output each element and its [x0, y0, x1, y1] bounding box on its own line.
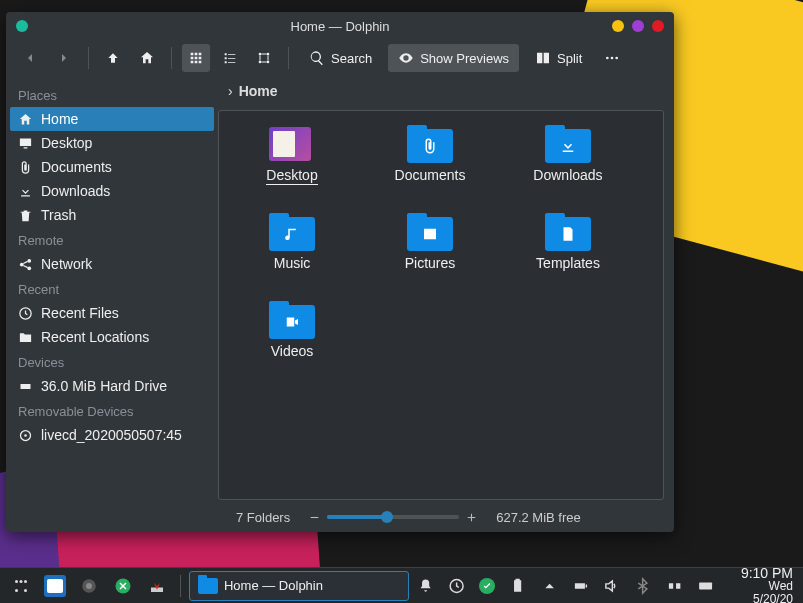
titlebar[interactable]: Home — Dolphin	[6, 12, 674, 40]
svg-point-0	[259, 53, 262, 56]
svg-point-3	[267, 61, 270, 64]
status-count: 7 Folders	[236, 510, 290, 525]
folder-music[interactable]: Music	[227, 213, 357, 295]
svg-point-6	[616, 57, 619, 60]
sidebar-item-recent-files[interactable]: Recent Files	[10, 301, 214, 325]
videos-folder-icon	[269, 305, 315, 339]
sidebar-item-network[interactable]: Network	[10, 252, 214, 276]
up-button[interactable]	[99, 44, 127, 72]
tray-battery[interactable]	[568, 571, 593, 601]
svg-point-12	[24, 434, 27, 437]
back-button[interactable]	[16, 44, 44, 72]
svg-rect-22	[699, 582, 712, 589]
svg-point-5	[611, 57, 614, 60]
volume-icon	[603, 577, 620, 595]
sidebar-item-downloads[interactable]: Downloads	[10, 179, 214, 203]
sidebar-item-trash[interactable]: Trash	[10, 203, 214, 227]
forward-button[interactable]	[50, 44, 78, 72]
search-icon	[309, 50, 325, 66]
sidebar-item-hard-drive[interactable]: 36.0 MiB Hard Drive	[10, 374, 214, 398]
eye-icon	[398, 50, 414, 66]
taskbar: Home — Dolphin 9:10 PM Wed 5/20/20	[0, 567, 803, 603]
taskbar-clock[interactable]: 9:10 PM Wed 5/20/20	[722, 566, 799, 603]
sidebar-item-livecd[interactable]: livecd_2020050507:45	[10, 423, 214, 447]
download-icon	[18, 184, 33, 199]
home-button[interactable]	[133, 44, 161, 72]
check-icon	[479, 578, 495, 594]
documents-folder-icon	[407, 129, 453, 163]
tray-notifications[interactable]	[413, 571, 438, 601]
split-label: Split	[557, 51, 582, 66]
share-icon	[18, 257, 33, 272]
tray-volume[interactable]	[599, 571, 624, 601]
bell-icon	[417, 577, 434, 595]
tray-clipboard[interactable]	[505, 571, 530, 601]
tray-bluetooth[interactable]	[630, 571, 655, 601]
svg-point-8	[27, 258, 31, 262]
sidebar-item-recent-locations[interactable]: Recent Locations	[10, 325, 214, 349]
templates-folder-icon	[545, 217, 591, 251]
tray-network[interactable]	[662, 571, 687, 601]
folder-desktop[interactable]: Desktop	[227, 125, 357, 207]
zoom-slider[interactable]	[308, 511, 478, 524]
statusbar: 7 Folders 627.2 MiB free	[6, 506, 674, 532]
folder-templates[interactable]: Templates	[503, 213, 633, 295]
folder-downloads[interactable]: Downloads	[503, 125, 633, 207]
details-view-button[interactable]	[250, 44, 278, 72]
svg-point-16	[24, 589, 27, 592]
bluetooth-icon	[634, 577, 651, 595]
sidebar-item-home[interactable]: Home	[10, 107, 214, 131]
launcher-falkon[interactable]	[40, 571, 70, 601]
sidebar-item-documents[interactable]: Documents	[10, 155, 214, 179]
launcher-discover[interactable]	[108, 571, 138, 601]
launcher-installer[interactable]	[142, 571, 172, 601]
tray-clock-icon[interactable]	[444, 571, 469, 601]
places-header: Places	[18, 88, 206, 103]
folder-documents[interactable]: Documents	[365, 125, 495, 207]
downloads-folder-icon	[545, 129, 591, 163]
svg-point-9	[27, 266, 31, 270]
tray-keyboard[interactable]	[693, 571, 718, 601]
removable-header: Removable Devices	[18, 404, 206, 419]
sidebar-item-desktop[interactable]: Desktop	[10, 131, 214, 155]
folder-pictures[interactable]: Pictures	[365, 213, 495, 295]
menu-button[interactable]	[598, 44, 626, 72]
minimize-button[interactable]	[612, 20, 624, 32]
tray-more[interactable]	[537, 571, 562, 601]
settings-icon	[80, 577, 98, 595]
places-panel: Places Home Desktop Documents Downloads …	[6, 76, 218, 506]
desktop-folder-icon	[269, 127, 311, 161]
location-crumb: Home	[239, 83, 278, 99]
location-bar[interactable]: › Home	[218, 76, 674, 106]
home-icon	[18, 112, 33, 127]
network-icon	[666, 577, 683, 595]
dolphin-task-icon	[198, 578, 218, 594]
close-button[interactable]	[652, 20, 664, 32]
app-launcher-button[interactable]	[6, 571, 36, 601]
remote-header: Remote	[18, 233, 206, 248]
show-previews-button[interactable]: Show Previews	[388, 44, 519, 72]
window-title: Home — Dolphin	[6, 19, 674, 34]
more-icon	[604, 50, 620, 66]
folder-icon	[18, 330, 33, 345]
folder-videos[interactable]: Videos	[227, 301, 357, 383]
clock-icon	[448, 577, 465, 595]
clip-icon	[18, 160, 33, 175]
chevron-right-icon: ›	[228, 83, 233, 99]
split-button[interactable]: Split	[525, 44, 592, 72]
icons-view-button[interactable]	[182, 44, 210, 72]
svg-point-2	[267, 53, 270, 56]
pictures-folder-icon	[407, 217, 453, 251]
search-button[interactable]: Search	[299, 44, 382, 72]
tray-updates[interactable]	[475, 571, 499, 601]
launcher-system-settings[interactable]	[74, 571, 104, 601]
taskbar-entry-dolphin[interactable]: Home — Dolphin	[189, 571, 409, 601]
compact-view-button[interactable]	[216, 44, 244, 72]
maximize-button[interactable]	[632, 20, 644, 32]
folder-view[interactable]: Desktop Documents Downloads Music Pictur…	[218, 110, 664, 500]
trash-icon	[18, 208, 33, 223]
disc-icon	[18, 428, 33, 443]
clock-icon	[18, 306, 33, 321]
search-label: Search	[331, 51, 372, 66]
launcher-icon	[12, 577, 30, 595]
